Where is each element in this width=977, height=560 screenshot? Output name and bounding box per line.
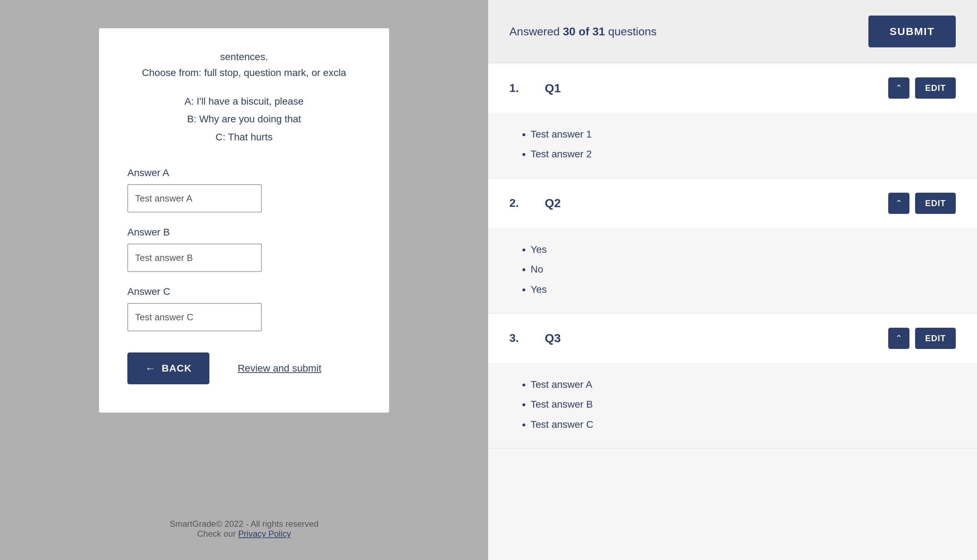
option-a: A: I'll have a biscuit, please [127, 93, 361, 110]
list-item: Test answer 1 [531, 125, 956, 143]
question-2-actions: ⌃ EDIT [888, 193, 956, 214]
submit-button[interactable]: SUBMIT [868, 15, 956, 47]
question-1-number: 1. [509, 82, 531, 95]
question-3-actions: ⌃ EDIT [888, 328, 956, 349]
question-3-answers: Test answer A Test answer B Test answer … [488, 363, 977, 448]
option-b: B: Why are you doing that [127, 110, 361, 128]
back-arrow-icon: ← [145, 362, 156, 374]
question-2-collapse-button[interactable]: ⌃ [888, 193, 909, 214]
list-item: Test answer B [531, 396, 956, 413]
back-button-label: BACK [162, 363, 192, 374]
question-3-title: Q3 [531, 331, 888, 345]
left-panel: sentences. Choose from: full stop, quest… [0, 0, 488, 560]
copyright-text: SmartGrade© 2022 - All rights reserved [0, 519, 488, 529]
question-2-edit-button[interactable]: EDIT [915, 193, 956, 214]
footer: SmartGrade© 2022 - All rights reserved C… [0, 519, 488, 539]
answer-a-section: Answer A [127, 167, 361, 212]
chevron-up-icon: ⌃ [895, 333, 902, 343]
review-header: Answered 30 of 31 questions SUBMIT [488, 0, 977, 63]
question-2-header: 2. Q2 ⌃ EDIT [488, 178, 977, 228]
question-3-collapse-button[interactable]: ⌃ [888, 328, 909, 349]
privacy-policy-link[interactable]: Privacy Policy [238, 529, 291, 538]
privacy-text: Check our Privacy Policy [0, 529, 488, 539]
list-item: Test answer C [531, 416, 956, 433]
review-submit-label: Review and submit [238, 363, 322, 374]
list-item: Yes [531, 281, 956, 298]
list-item: Test answer A [531, 376, 956, 393]
answered-text: Answered 30 of 31 questions [509, 25, 656, 38]
question-1-header: 1. Q1 ⌃ EDIT [488, 63, 977, 113]
question-3-header: 3. Q3 ⌃ EDIT [488, 313, 977, 363]
list-item: Test answer 2 [531, 145, 956, 163]
question-item-2: 2. Q2 ⌃ EDIT Yes No Yes [488, 178, 977, 313]
right-panel: Answered 30 of 31 questions SUBMIT 1. Q1… [488, 0, 977, 560]
question-2-title: Q2 [531, 196, 888, 210]
chevron-up-icon: ⌃ [895, 198, 902, 208]
question-item-3: 3. Q3 ⌃ EDIT Test answer A Test answer B… [488, 313, 977, 448]
question-2-answers: Yes No Yes [488, 228, 977, 313]
options-list: A: I'll have a biscuit, please B: Why ar… [127, 93, 361, 146]
question-3-edit-button[interactable]: EDIT [915, 328, 956, 349]
question-1-actions: ⌃ EDIT [888, 77, 956, 98]
answer-b-label: Answer B [127, 227, 361, 238]
question-3-number: 3. [509, 332, 531, 345]
list-item: No [531, 260, 956, 278]
answer-b-input[interactable] [127, 243, 262, 272]
list-item: Yes [531, 241, 956, 258]
question-1-title: Q1 [531, 81, 888, 95]
option-c: C: That hurts [127, 128, 361, 146]
question-1-edit-button[interactable]: EDIT [915, 77, 956, 98]
answer-b-section: Answer B [127, 227, 361, 272]
answer-a-input[interactable] [127, 184, 262, 212]
answer-c-section: Answer C [127, 286, 361, 331]
question-1-answers: Test answer 1 Test answer 2 [488, 113, 977, 178]
quiz-form: sentences. Choose from: full stop, quest… [99, 28, 389, 413]
bottom-nav: ← BACK Review and submit [127, 352, 361, 384]
choose-text: Choose from: full stop, question mark, o… [127, 67, 361, 78]
answer-c-input[interactable] [127, 303, 262, 331]
answer-c-label: Answer C [127, 286, 361, 297]
answered-count: 30 of 31 [563, 25, 605, 38]
question-2-number: 2. [509, 197, 531, 210]
intro-text: sentences. [127, 50, 361, 64]
answer-a-label: Answer A [127, 167, 361, 178]
question-item-1: 1. Q1 ⌃ EDIT Test answer 1 Test answer 2 [488, 63, 977, 178]
review-submit-link[interactable]: Review and submit [238, 363, 322, 374]
question-1-collapse-button[interactable]: ⌃ [888, 77, 909, 98]
chevron-up-icon: ⌃ [895, 83, 902, 93]
back-button[interactable]: ← BACK [127, 352, 209, 384]
